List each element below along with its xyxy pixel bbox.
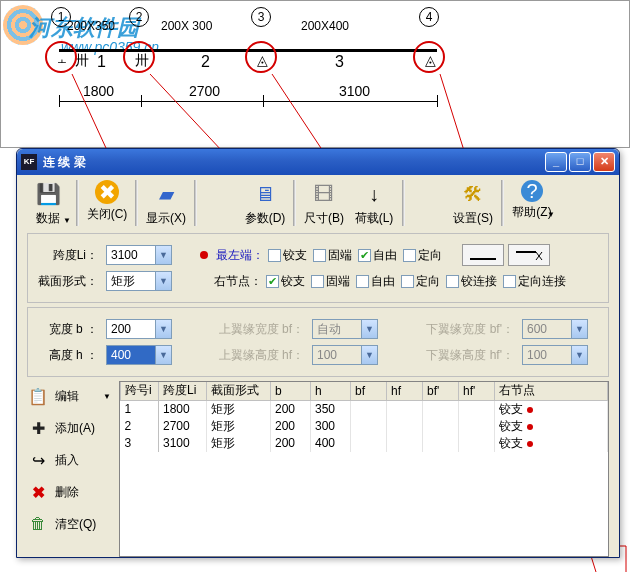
table-row[interactable]: 33100矩形200400铰支 [121,435,608,452]
rightnode-label: 右节点： [214,273,262,290]
table-row[interactable]: 22700矩形200300铰支 [121,418,608,435]
span-li-input[interactable] [107,246,155,264]
tick [141,95,142,107]
toolbar-show-button[interactable]: ▰显示(X) [141,178,191,229]
support-icon: 卅 [75,52,89,70]
col-header[interactable]: h [311,382,351,400]
annot-circle [413,41,445,73]
chevron-down-icon: ▼ [547,210,555,219]
span-table[interactable]: 跨号i 跨度Li 截面形式 b h bf hf bf' hf' 右节点 1180… [119,381,609,557]
col-header[interactable]: hf [387,382,423,400]
chevron-down-icon[interactable]: ▼ [155,246,171,264]
chevron-down-icon[interactable]: ▼ [155,320,171,338]
separator [76,180,79,226]
chevron-down-icon[interactable]: ▼ [155,346,171,364]
toolbar-data-button[interactable]: 💾数据▼ [23,178,73,229]
left-dingxiang-check[interactable]: 定向 [403,247,442,264]
section-input[interactable] [107,272,155,290]
support-type-button-2[interactable] [508,244,550,266]
chevron-down-icon: ▼ [571,320,587,338]
col-header[interactable]: 右节点 [495,382,608,400]
left-jiaozhi-check[interactable]: 铰支 [268,247,307,264]
width-b-input[interactable] [107,320,155,338]
toolbar-close-button[interactable]: ✖关闭(C) [82,178,132,225]
col-header[interactable]: bf' [423,382,459,400]
app-window: KF 连 续 梁 _ □ ✕ 💾数据▼ ✖关闭(C) ▰显示(X) 🖥参数(D)… [16,148,620,558]
close-button[interactable]: ✕ [593,152,615,172]
grid-icon: 📋 [27,385,49,407]
toolbar-param-button[interactable]: 🖥参数(D) [240,178,290,229]
col-header[interactable]: bf [351,382,387,400]
section-label: 200X350 [67,19,115,33]
col-header[interactable]: b [271,382,311,400]
section-combo[interactable]: ▼ [106,271,172,291]
app-icon: KF [21,154,37,170]
col-header[interactable]: 跨度Li [159,382,207,400]
lfw-input [523,320,571,338]
checkbox-icon [356,275,369,288]
toolbar-load-button[interactable]: ↓荷载(L) [349,178,399,229]
width-b-label: 宽度 b ： [38,321,98,338]
left-guduan-check[interactable]: 固端 [313,247,352,264]
right-dxlj-check[interactable]: 定向连接 [503,273,566,290]
ufh-input [313,346,361,364]
display-icon: ▰ [152,180,180,208]
titlebar[interactable]: KF 连 续 梁 _ □ ✕ [17,149,619,175]
leftmost-label: 最左端： [216,247,264,264]
checkbox-icon [446,275,459,288]
span-id: 1 [97,53,106,71]
tick [437,95,438,107]
node-circle: 3 [251,7,271,27]
right-jiaolianjie-check[interactable]: 铰连接 [446,273,497,290]
bullet-icon [200,251,208,259]
support-type-button-1[interactable] [462,244,504,266]
col-header[interactable]: 跨号i [121,382,159,400]
toolbar-settings-button[interactable]: 🛠设置(S) [448,178,498,229]
lfw-label: 下翼缘宽度 bf'： [410,321,514,338]
sidebar-insert-button[interactable]: ↪插入 [27,447,111,473]
left-ziyou-check[interactable]: ✔自由 [358,247,397,264]
table-row[interactable]: 11800矩形200350铰支 [121,400,608,418]
disk-icon: 💾 [34,180,62,208]
right-jiaozhi-check[interactable]: ✔铰支 [266,273,305,290]
span-id: 2 [201,53,210,71]
sidebar-add-button[interactable]: ✚添加(A) [27,415,111,441]
sidebar-edit-button[interactable]: 📋编辑▼ [27,383,111,409]
right-guduan-check[interactable]: 固端 [311,273,350,290]
col-header[interactable]: 截面形式 [207,382,271,400]
checkbox-icon [503,275,516,288]
arrow-icon: ↪ [27,449,49,471]
right-dingxiang-check[interactable]: 定向 [401,273,440,290]
main-toolbar: 💾数据▼ ✖关闭(C) ▰显示(X) 🖥参数(D) 🎞尺寸(B) ↓荷载(L) … [17,175,619,229]
right-ziyou-check[interactable]: 自由 [356,273,395,290]
gear-icon: 🛠 [459,180,487,208]
height-h-combo[interactable]: ▼ [106,345,172,365]
monitor-icon: 🖥 [251,180,279,208]
sidebar-delete-button[interactable]: ✖删除 [27,479,111,505]
node-circle: 2 [129,7,149,27]
sidebar-clear-button[interactable]: 🗑清空(Q) [27,511,111,537]
separator [194,180,197,226]
width-b-combo[interactable]: ▼ [106,319,172,339]
section-label: 200X400 [301,19,349,33]
chevron-down-icon: ▼ [63,216,71,225]
chevron-down-icon: ▼ [571,346,587,364]
checkbox-icon: ✔ [266,275,279,288]
col-header[interactable]: hf' [459,382,495,400]
separator [402,180,405,226]
lfw-combo: ▼ [522,319,588,339]
toolbar-dim-button[interactable]: 🎞尺寸(B) [299,178,349,229]
lfh-combo: ▼ [522,345,588,365]
beam-diagram: 河东软件园 www.pc0359.cn 1 2 3 4 200X350 200X… [0,0,630,148]
minimize-button[interactable]: _ [545,152,567,172]
toolbar-help-button[interactable]: ?帮助(Z)▼ [507,178,557,223]
maximize-button[interactable]: □ [569,152,591,172]
span-panel: 跨度Li： ▼ 最左端： 铰支 固端 ✔自由 定向 截面形式： ▼ 右节点： ✔… [27,233,609,303]
film-icon: 🎞 [310,180,338,208]
annot-circle [245,41,277,73]
checkbox-icon [313,249,326,262]
node-circle: 4 [419,7,439,27]
span-li-combo[interactable]: ▼ [106,245,172,265]
height-h-input[interactable] [107,346,155,364]
chevron-down-icon[interactable]: ▼ [155,272,171,290]
